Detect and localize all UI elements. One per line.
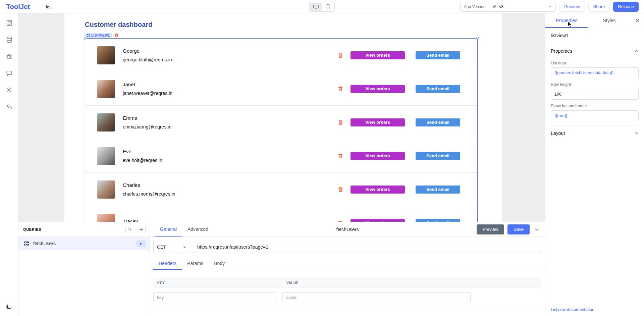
http-method-value: GET: [157, 245, 166, 250]
query-url-input[interactable]: [193, 241, 541, 253]
collapse-panel-icon[interactable]: [533, 226, 540, 233]
divider: [153, 311, 541, 311]
avatar: [97, 180, 115, 199]
app-version-value: v3: [499, 4, 503, 9]
pages-panel-button[interactable]: [5, 19, 13, 27]
customer-info: Janet janet.weaver@reqres.in: [123, 82, 172, 96]
tooljet-logo: ToolJet: [0, 3, 30, 11]
tab-params[interactable]: Params: [182, 258, 209, 270]
tab-headers[interactable]: Headers: [153, 258, 182, 270]
inspector-tabs: Properties Styles: [545, 13, 644, 28]
header-key-input[interactable]: [153, 292, 276, 302]
tab-properties[interactable]: Properties: [545, 13, 588, 28]
customer-info: Eve eve.holt@reqres.in: [123, 149, 162, 163]
documentation-link[interactable]: Listview documentation: [545, 303, 644, 316]
header-value-input[interactable]: [282, 292, 471, 302]
run-query-button[interactable]: [136, 240, 146, 247]
delete-row-icon[interactable]: [338, 120, 343, 125]
value-column-header: VALUE: [286, 281, 541, 285]
grid-icon: [87, 34, 90, 37]
app-version-control: App Version v3: [460, 2, 556, 12]
gear-icon: [6, 87, 13, 94]
search-queries-button[interactable]: [125, 226, 134, 233]
query-title[interactable]: fetchUsers: [336, 222, 359, 237]
tab-advanced[interactable]: Advanced: [182, 222, 214, 236]
delete-row-icon[interactable]: [338, 86, 343, 92]
resize-handle[interactable]: [476, 37, 479, 40]
query-list-item[interactable]: fetchUsers: [18, 237, 150, 250]
preview-button[interactable]: Preview: [559, 2, 585, 12]
queries-header: QUERIES: [18, 222, 150, 237]
view-orders-button[interactable]: View orders: [351, 186, 405, 194]
datasources-button[interactable]: [5, 36, 13, 44]
send-email-button[interactable]: Send email: [416, 118, 460, 126]
view-orders-button[interactable]: View orders: [351, 51, 405, 59]
close-inspector-button[interactable]: [631, 13, 644, 28]
chevron-up-icon: [635, 49, 639, 53]
http-method-select[interactable]: GET: [153, 241, 190, 253]
key-column-header: KEY: [153, 281, 286, 285]
list-data-input[interactable]: {{queries.fetchUsers.data.data}}: [551, 67, 639, 78]
customer-name: George: [123, 48, 172, 54]
desktop-view-button[interactable]: [310, 3, 322, 11]
app-version-select[interactable]: v3: [489, 2, 555, 11]
properties-section-header[interactable]: Properties: [551, 43, 639, 59]
customer-info: Charles charles.morris@reqres.in: [123, 182, 175, 197]
play-icon: [140, 242, 143, 245]
avatar: [97, 113, 115, 131]
undo-icon: [6, 103, 13, 110]
delete-row-icon[interactable]: [338, 53, 343, 58]
send-email-button[interactable]: Send email: [416, 186, 460, 194]
view-orders-button[interactable]: View orders: [351, 85, 405, 93]
share-button[interactable]: Share: [588, 2, 610, 12]
device-toggle: [309, 2, 335, 12]
debugger-button[interactable]: [5, 52, 13, 60]
delete-row-icon[interactable]: [338, 153, 343, 159]
tab-general[interactable]: General: [155, 222, 182, 236]
layout-section-header[interactable]: Layout: [551, 125, 639, 141]
row-actions: View orders Send email: [338, 51, 460, 59]
delete-widget-icon[interactable]: [114, 33, 119, 38]
send-email-button[interactable]: Send email: [416, 152, 460, 160]
row-actions: View orders Send email: [338, 118, 460, 126]
properties-section-title: Properties: [551, 48, 572, 54]
dark-mode-toggle[interactable]: [5, 303, 13, 311]
view-orders-button[interactable]: View orders: [351, 152, 405, 160]
query-name: fetchUsers: [33, 241, 56, 246]
customer-name: Emma: [123, 115, 171, 121]
view-orders-button[interactable]: View orders: [351, 118, 405, 126]
list-item: Emma emma.wong@reqres.in View orders Sen…: [85, 106, 477, 139]
row-height-label: Row height: [551, 82, 639, 87]
app-version-label: App Version: [461, 2, 489, 11]
show-bottom-border-input[interactable]: {{true}}: [551, 110, 639, 121]
settings-button[interactable]: [5, 86, 13, 94]
resize-handle[interactable]: [84, 37, 86, 40]
customer-email: charles.morris@reqres.in: [123, 191, 175, 197]
avatar: [97, 46, 115, 64]
request-url-row: GET: [153, 241, 541, 253]
mobile-view-button[interactable]: [322, 3, 334, 11]
undo-button[interactable]: [5, 103, 13, 111]
query-preview-button[interactable]: Preview: [477, 224, 504, 234]
plus-icon: [139, 227, 143, 231]
canvas-heading[interactable]: Customer dashboard: [85, 21, 152, 29]
tab-body[interactable]: Body: [209, 258, 230, 270]
moon-icon: [5, 303, 13, 310]
row-height-input[interactable]: 100: [551, 89, 639, 100]
delete-row-icon[interactable]: [338, 187, 343, 192]
customer-email: george.bluth@reqres.in: [123, 57, 172, 62]
tab-styles[interactable]: Styles: [588, 13, 631, 28]
send-email-button[interactable]: Send email: [416, 51, 460, 59]
widget-badge[interactable]: LISTVIEW1: [85, 33, 112, 38]
comments-button[interactable]: [5, 69, 13, 77]
customer-email: janet.weaver@reqres.in: [123, 91, 172, 96]
send-email-button[interactable]: Send email: [416, 85, 460, 93]
query-save-button[interactable]: Save: [507, 224, 530, 234]
queries-title: QUERIES: [23, 227, 41, 231]
chevron-down-icon: [635, 131, 639, 135]
add-query-button[interactable]: [137, 226, 146, 233]
bug-icon: [6, 53, 13, 60]
listview-widget[interactable]: George george.bluth@reqres.in View order…: [85, 38, 478, 241]
release-button[interactable]: Release: [613, 2, 639, 12]
app-name[interactable]: list: [46, 4, 52, 9]
